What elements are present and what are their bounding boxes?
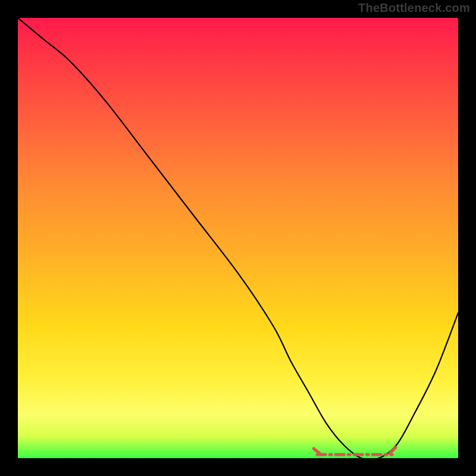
- flat-region-dashes: [314, 447, 396, 455]
- chart-area: [18, 18, 458, 458]
- curve-path: [18, 18, 458, 458]
- flat-region-right-tick: [390, 447, 396, 453]
- attribution-text: TheBottleneck.com: [358, 1, 470, 15]
- bottleneck-curve: [18, 18, 458, 458]
- flat-region-left-tick: [314, 449, 320, 453]
